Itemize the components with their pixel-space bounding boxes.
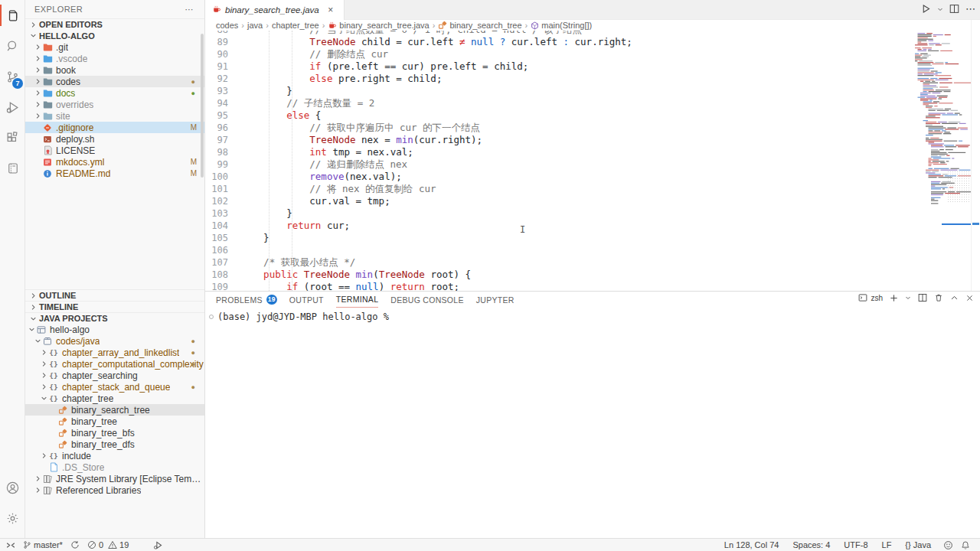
tree-item-binary_tree_dfs[interactable]: binary_tree_dfs [25, 439, 204, 450]
tree-item-docs[interactable]: docs● [25, 87, 204, 99]
tree-item-chapter_tree[interactable]: {}chapter_tree [25, 393, 204, 404]
code-line-98[interactable]: 98 int tmp = nex.val; [205, 146, 913, 158]
tab-close-icon[interactable]: × [325, 5, 337, 15]
indentation-status[interactable]: Spaces: 4 [789, 539, 834, 551]
breadcrumb-item[interactable]: binary_search_tree.java [328, 21, 429, 30]
cursor-position-status[interactable]: Ln 128, Col 74 [720, 539, 783, 551]
activity-source-control-icon[interactable]: 7 [0, 61, 25, 92]
run-java-button[interactable] [921, 4, 931, 14]
tree-item-codes[interactable]: codes● [25, 76, 204, 87]
panel-tab-debug-console[interactable]: DEBUG CONSOLE [390, 292, 464, 308]
debug-status-icon[interactable] [149, 539, 167, 551]
code-line-105[interactable]: 105 } [205, 232, 913, 244]
code-line-93[interactable]: 93 } [205, 85, 913, 97]
code-line-96[interactable]: 96 // 获取中序遍历中 cur 的下一个结点 [205, 122, 913, 134]
code-line-95[interactable]: 95 else { [205, 109, 913, 122]
code-line-109[interactable]: 109 if (root == null) return root; [205, 281, 913, 291]
tree-item-binary_tree_bfs[interactable]: binary_tree_bfs [25, 427, 204, 439]
tree-item-chapter_searching[interactable]: {}chapter_searching [25, 370, 204, 381]
tree-item-site[interactable]: site [25, 110, 204, 122]
panel-tab-terminal[interactable]: TERMINAL [336, 292, 379, 308]
sync-changes-button[interactable] [67, 539, 83, 551]
remote-indicator[interactable] [0, 539, 19, 551]
tab-binary-search-tree[interactable]: binary_search_tree.java × [205, 0, 345, 20]
tree-item-include[interactable]: {}include [25, 450, 204, 461]
overview-ruler[interactable] [971, 20, 980, 291]
code-line-90[interactable]: 90 // 删除结点 cur [205, 48, 913, 60]
code-line-108[interactable]: 108 public TreeNode min(TreeNode root) { [205, 269, 913, 281]
split-terminal-button[interactable] [918, 293, 927, 302]
tree-item-codesjava[interactable]: codes/java● [25, 335, 204, 347]
panel-tab-problems[interactable]: PROBLEMS19 [216, 292, 277, 308]
code-line-89[interactable]: 89 TreeNode child = cur.left ≠ null ? cu… [205, 36, 913, 48]
code-line-91[interactable]: 91 if (pre.left == cur) pre.left = child… [205, 60, 913, 73]
tree-item-readme.md[interactable]: README.mdM [25, 168, 204, 179]
minimap[interactable] [913, 31, 971, 283]
section-outline[interactable]: OUTLINE [25, 289, 204, 301]
section-open-editors[interactable]: OPEN EDITORS [25, 18, 204, 30]
tree-item-.git[interactable]: .git [25, 41, 204, 53]
breadcrumb-item[interactable]: codes [216, 21, 238, 30]
feedback-icon[interactable] [939, 539, 957, 551]
activity-search-icon[interactable] [0, 31, 25, 61]
tree-item-overrides[interactable]: overrides [25, 99, 204, 110]
language-mode-status[interactable]: {} Java [901, 539, 935, 551]
activity-extensions-icon[interactable] [0, 122, 25, 153]
section-workspace[interactable]: HELLO-ALGO [25, 30, 204, 41]
tree-item-license[interactable]: LICENSE [25, 145, 204, 156]
panel-tab-output[interactable]: OUTPUT [289, 292, 324, 308]
section-java-projects[interactable]: JAVA PROJECTS [25, 312, 204, 324]
maximize-panel-button[interactable] [950, 294, 959, 302]
breadcrumb-item[interactable]: binary_search_tree [438, 21, 521, 30]
tree-item-hello-algo[interactable]: hello-algo [25, 324, 204, 335]
editor-more-actions-icon[interactable]: ⋯ [965, 3, 975, 15]
problems-status[interactable]: 0 19 [83, 539, 132, 551]
tree-item-binary_tree[interactable]: binary_tree [25, 416, 204, 427]
code-line-104[interactable]: 104 return cur; [205, 220, 913, 232]
code-line-100[interactable]: 100 remove(nex.val); [205, 171, 913, 183]
terminal-dropdown-chevron-icon[interactable] [905, 295, 911, 301]
code-line-101[interactable]: 101 // 将 nex 的值复制给 cur [205, 183, 913, 195]
code-line-97[interactable]: 97 TreeNode nex = min(cur.right); [205, 134, 913, 146]
activity-explorer-icon[interactable] [0, 0, 25, 31]
sidebar-scrollbar[interactable] [201, 34, 204, 178]
new-terminal-button[interactable] [890, 294, 898, 302]
tree-item-referencedlibraries[interactable]: Referenced Libraries [25, 484, 204, 496]
breadcrumb-item[interactable]: main(String[]) [531, 21, 592, 30]
code-line-106[interactable]: 106 [205, 244, 913, 256]
tree-item-chapter_computational_complexity[interactable]: {}chapter_computational_complexity● [25, 358, 204, 370]
tree-item-.ds_store[interactable]: .DS_Store [25, 461, 204, 473]
split-editor-button[interactable] [949, 4, 959, 14]
tree-item-book[interactable]: book [25, 64, 204, 76]
explorer-more-actions-icon[interactable]: ⋯ [185, 0, 194, 18]
panel-tab-jupyter[interactable]: JUPYTER [476, 292, 514, 308]
code-line-99[interactable]: 99 // 递归删除结点 nex [205, 158, 913, 171]
tree-item-chapter_stack_and_queue[interactable]: {}chapter_stack_and_queue● [25, 381, 204, 393]
tree-item-deploy.sh[interactable]: deploy.sh [25, 133, 204, 145]
code-line-102[interactable]: 102 cur.val = tmp; [205, 195, 913, 207]
tree-item-binary_search_tree[interactable]: binary_search_tree [25, 404, 204, 416]
code-line-94[interactable]: 94 // 子结点数量 = 2 [205, 97, 913, 109]
terminal-profile[interactable]: zsh [858, 293, 883, 302]
activity-settings-icon[interactable] [0, 503, 25, 533]
tree-item-.vscode[interactable]: .vscode [25, 53, 204, 64]
command-decoration-icon[interactable] [209, 315, 214, 319]
code-line-88[interactable]: 88 // 当子结点数量 = 0 / 1 时, child = null / 该… [205, 31, 913, 36]
breadcrumb-item[interactable]: chapter_tree [272, 21, 319, 30]
close-panel-button[interactable] [965, 294, 974, 302]
tree-item-jresystemlibraryeclipsetemurin1717....[interactable]: JRE System Library [Eclipse Temurin 17 [… [25, 473, 204, 484]
git-branch-status[interactable]: master* [19, 539, 67, 551]
section-timeline[interactable]: TIMELINE [25, 301, 204, 312]
tree-item-mkdocs.yml[interactable]: mkdocs.ymlM [25, 156, 204, 168]
activity-notebook-icon[interactable] [0, 153, 25, 184]
eol-status[interactable]: LF [878, 539, 896, 551]
code-line-103[interactable]: 103 } [205, 207, 913, 220]
activity-run-and-debug-icon[interactable] [0, 92, 25, 122]
run-dropdown-chevron-icon[interactable] [937, 6, 943, 12]
code-viewport[interactable]: 88 // 当子结点数量 = 0 / 1 时, child = null / 该… [205, 31, 913, 291]
terminal[interactable]: (base) jyd@JYD-MBP hello-algo % [205, 310, 980, 538]
tree-item-.gitignore[interactable]: .gitignoreM [25, 122, 204, 133]
tree-item-chapter_array_and_linkedlist[interactable]: {}chapter_array_and_linkedlist● [25, 347, 204, 358]
code-line-107[interactable]: 107 /* 获取最小结点 */ [205, 256, 913, 269]
activity-account-icon[interactable] [0, 472, 25, 503]
